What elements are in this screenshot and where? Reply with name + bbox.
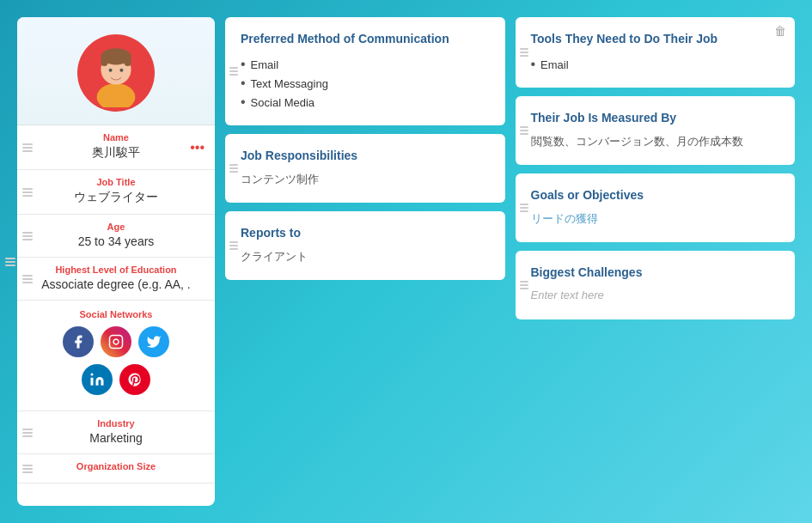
card-drag-handle[interactable] <box>520 204 528 212</box>
svg-rect-8 <box>110 336 123 349</box>
biggest-challenges-title: Biggest Challenges <box>531 265 780 280</box>
job-measured-card: Their Job Is Measured By 閲覧数、コンバージョン数、月の… <box>516 96 796 165</box>
job-responsibilities-title: Job Responsibilities <box>241 148 490 163</box>
job-title-field: Job Title ウェブライター <box>17 170 215 215</box>
industry-value: Marketing <box>31 431 201 445</box>
card-drag-handle[interactable] <box>229 241 238 250</box>
tools-list: Email <box>531 55 780 74</box>
education-value: Associate degree (e.g. AA, . <box>31 277 201 291</box>
svg-point-11 <box>91 374 94 376</box>
avatar <box>77 34 155 112</box>
social-icons-row-1 <box>31 326 201 357</box>
name-value: 奥川駿平 <box>31 145 201 161</box>
industry-field: Industry Marketing <box>17 411 215 454</box>
social-networks-section: Social Networks <box>17 301 215 411</box>
list-item: Email <box>241 55 490 74</box>
goals-title: Goals or Objectives <box>531 187 780 203</box>
name-field: Name 奥川駿平 ••• <box>17 125 215 170</box>
svg-rect-4 <box>101 57 107 66</box>
list-item: Email <box>531 55 780 74</box>
drag-handle[interactable] <box>22 429 33 437</box>
age-field: Age 25 to 34 years <box>17 215 215 258</box>
svg-rect-10 <box>91 378 94 386</box>
tools-card: 🗑 Tools They Need to Do Their Job Email <box>516 17 796 88</box>
preferred-method-list: Email Text Messaging Social Media <box>241 55 490 112</box>
org-size-label: Organization Size <box>31 461 201 471</box>
svg-point-7 <box>119 69 123 72</box>
preferred-method-title: Preferred Method of Communication <box>241 31 490 46</box>
card-drag-handle[interactable] <box>520 281 528 289</box>
card-drag-handle[interactable] <box>520 126 528 135</box>
education-label: Highest Level of Education <box>31 265 201 275</box>
name-dots-menu[interactable]: ••• <box>190 140 205 155</box>
drag-handle[interactable] <box>22 465 33 473</box>
card-drag-handle[interactable] <box>520 48 528 57</box>
drag-handle[interactable] <box>22 143 33 152</box>
education-field: Highest Level of Education Associate deg… <box>17 258 215 301</box>
goals-card: Goals or Objectives リードの獲得 <box>516 173 796 242</box>
goals-value: リードの獲得 <box>531 211 780 227</box>
age-value: 25 to 34 years <box>31 234 201 248</box>
biggest-challenges-card: Biggest Challenges Enter text here <box>516 251 796 319</box>
job-measured-title: Their Job Is Measured By <box>531 110 780 125</box>
drag-handle[interactable] <box>22 188 33 197</box>
drag-handle[interactable] <box>22 275 33 283</box>
social-icons-row-2 <box>31 364 201 395</box>
reports-to-card: Reports to クライアント <box>225 211 505 280</box>
social-networks-label: Social Networks <box>31 309 201 319</box>
profile-card: Name 奥川駿平 ••• Job Title ウェブライター Age 25 t… <box>17 17 215 506</box>
reports-to-value: クライアント <box>241 249 490 265</box>
job-responsibilities-card: Job Responsibilities コンテンツ制作 <box>225 134 505 203</box>
middle-column: Preferred Method of Communication Email … <box>225 17 505 506</box>
delete-button[interactable]: 🗑 <box>774 24 786 38</box>
preferred-method-card: Preferred Method of Communication Email … <box>225 17 505 125</box>
drag-handle[interactable] <box>22 232 33 240</box>
job-responsibilities-value: コンテンツ制作 <box>241 172 490 187</box>
biggest-challenges-placeholder[interactable]: Enter text here <box>531 289 780 301</box>
org-size-field: Organization Size <box>17 454 215 483</box>
reports-to-title: Reports to <box>241 225 490 240</box>
job-title-value: ウェブライター <box>31 190 201 205</box>
svg-point-6 <box>109 69 113 72</box>
job-title-label: Job Title <box>31 177 201 187</box>
job-measured-value: 閲覧数、コンバージョン数、月の作成本数 <box>531 134 780 149</box>
main-container: Name 奥川駿平 ••• Job Title ウェブライター Age 25 t… <box>0 0 812 523</box>
facebook-icon[interactable] <box>63 326 94 357</box>
instagram-icon[interactable] <box>101 326 131 357</box>
avatar-section <box>17 17 215 125</box>
svg-rect-5 <box>125 57 131 66</box>
twitter-icon[interactable] <box>138 326 169 357</box>
age-label: Age <box>31 222 201 232</box>
card-drag-handle[interactable] <box>229 67 238 76</box>
right-column: 🗑 Tools They Need to Do Their Job Email … <box>516 17 796 506</box>
list-item: Social Media <box>241 93 490 112</box>
tools-title: Tools They Need to Do Their Job <box>531 31 780 46</box>
pinterest-icon[interactable] <box>119 364 150 395</box>
industry-label: Industry <box>31 418 201 429</box>
card-drag-handle[interactable] <box>229 164 238 173</box>
name-label: Name <box>31 132 201 143</box>
linkedin-icon[interactable] <box>82 364 113 395</box>
list-item: Text Messaging <box>241 74 490 93</box>
